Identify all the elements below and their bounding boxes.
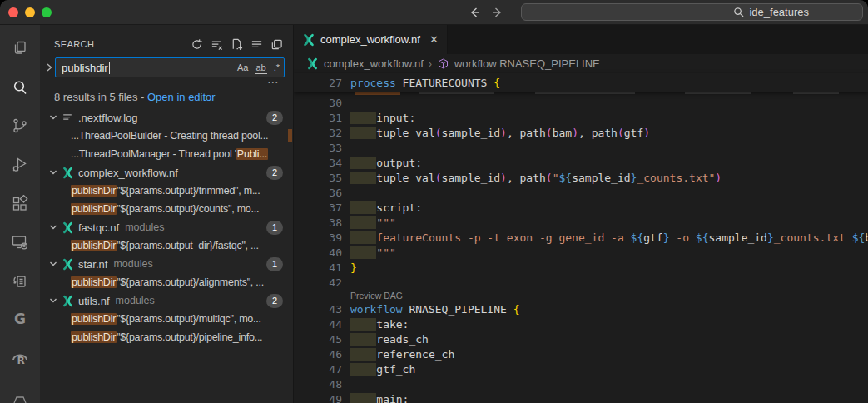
line-content: reference_ch [350, 348, 454, 361]
code-token: , path [507, 127, 546, 139]
clear-results-icon[interactable] [211, 38, 223, 51]
line-content: gtf_ch [350, 363, 415, 376]
line-number: 46 [294, 348, 342, 361]
line-number: 31 [294, 112, 342, 124]
activity-bar: G R [0, 25, 40, 403]
code-token: output: [376, 157, 422, 169]
match-text-after: "${params.output}/alignments", ... [117, 276, 264, 288]
breadcrumb-separator: › [429, 58, 432, 70]
minimize-window-button[interactable] [25, 7, 35, 17]
line-number: 45 [294, 333, 342, 346]
command-center-search[interactable]: ide_features [521, 3, 863, 21]
match-row[interactable]: publishDir "${params.output}/counts", mo… [40, 200, 293, 218]
remote-explorer-icon[interactable] [0, 223, 40, 262]
line-number: 33 [294, 142, 342, 154]
extensions-icon[interactable] [0, 184, 40, 223]
file-name: fastqc.nf [78, 221, 119, 234]
explorer-icon[interactable] [0, 29, 40, 68]
toggle-search-details[interactable]: ⋯ [40, 78, 280, 88]
g-extension-icon[interactable]: G [0, 301, 40, 340]
line-number: 36 [294, 187, 342, 199]
match-highlight: publishDir [71, 203, 117, 215]
match-row[interactable]: publishDir "${params.output}/multiqc", m… [40, 310, 293, 328]
log-file-icon [60, 112, 75, 123]
run-debug-icon[interactable] [0, 146, 40, 185]
line-number: 41 [294, 261, 342, 274]
match-text-before: ...ThreadPoolManager - Thread pool ' [71, 148, 236, 160]
collapse-all-icon[interactable] [250, 38, 263, 51]
code-token: -o [670, 231, 696, 244]
code-line: 34 output: [294, 155, 868, 170]
file-row[interactable]: star.nfmodules1 [40, 255, 293, 273]
search-input[interactable]: publishdir Aa ab .* [55, 57, 285, 77]
file-row[interactable]: .nextflow.log2 [40, 108, 293, 127]
match-row[interactable]: ...ThreadPoolBuilder - Creating thread p… [40, 127, 293, 145]
code-line: 32 tuple val(sample_id), path(bam), path… [294, 125, 868, 140]
svg-text:R: R [17, 355, 24, 366]
task-pages-icon[interactable] [0, 261, 40, 301]
code-token: { [494, 77, 500, 89]
titlebar: ide_features [0, 0, 868, 25]
match-row[interactable]: ...ThreadPoolManager - Thread pool 'Publ… [40, 145, 293, 163]
sticky-code: process FEATURECOUNTS { [350, 77, 500, 89]
code-line: 44 take: [294, 316, 868, 331]
code-token: ) [715, 172, 722, 184]
code-token: """ [376, 216, 395, 229]
line-content: tuple val(sample_id), path(bam), path(gt… [350, 127, 650, 139]
code-token: } [350, 261, 357, 274]
match-highlight: publishDir [71, 313, 117, 325]
code-token: bam [553, 127, 572, 139]
code-token: FEATURECOUNTS [396, 77, 494, 89]
partial-bottom-icon[interactable] [0, 378, 40, 403]
match-row[interactable]: publishDir "${params.output}/trimmed", m… [40, 182, 293, 200]
breadcrumb-symbol[interactable]: workflow RNASEQ_PIPELINE [454, 57, 600, 70]
code-token: gtf_ch [376, 363, 415, 376]
tab-complex-workflow[interactable]: complex_workflow.nf ✕ [294, 25, 448, 54]
open-in-editor-link[interactable]: Open in editor [147, 91, 216, 103]
code-line: 30 [294, 95, 868, 110]
match-text-after: "${params.output_dir}/fastqc", ... [117, 240, 259, 251]
line-content: tuple val(sample_id), path("${sample_id}… [350, 172, 722, 184]
code-lines[interactable]: 3031 input:32 tuple val(sample_id), path… [294, 95, 868, 403]
code-line: 46 reference_ch [294, 346, 868, 361]
code-token: " [553, 172, 559, 184]
code-token: } [663, 231, 670, 244]
code-token: gtf [624, 127, 643, 139]
match-row[interactable]: publishDir "${params.output}/alignments"… [40, 273, 293, 291]
file-path-description: modules [113, 258, 152, 270]
match-text-after: "${params.output}/trimmed", m... [117, 185, 260, 197]
r-extension-icon[interactable]: R [0, 340, 40, 379]
new-search-editor-icon[interactable] [231, 38, 243, 51]
close-window-button[interactable] [8, 7, 18, 17]
code-token: process [350, 77, 396, 89]
tab-label: complex_workflow.nf [320, 33, 420, 46]
nextflow-file-icon [60, 221, 75, 234]
breadcrumb-file[interactable]: complex_workflow.nf [324, 57, 424, 70]
regex-toggle[interactable]: .* [273, 62, 280, 73]
whole-word-toggle[interactable]: ab [255, 62, 266, 74]
codelens-preview-dag[interactable]: Preview DAG [350, 290, 868, 301]
open-in-editor-split-icon[interactable] [270, 38, 283, 51]
match-row[interactable]: publishDir "${params.output}/pipeline_in… [40, 328, 293, 346]
vscode-window: ide_features [0, 0, 868, 403]
code-token: , path [507, 172, 546, 184]
maximize-window-button[interactable] [42, 7, 52, 17]
match-row[interactable]: publishDir "${params.output_dir}/fastqc"… [40, 236, 293, 255]
code-token: , path [578, 127, 618, 139]
close-tab-icon[interactable]: ✕ [429, 33, 439, 46]
file-row[interactable]: utils.nfmodules2 [40, 291, 293, 310]
search-panel: SEARCH publishdir Aa [40, 25, 293, 403]
search-icon[interactable] [0, 68, 40, 107]
back-arrow-icon[interactable] [468, 6, 481, 19]
toggle-replace-chevron-icon[interactable] [43, 62, 55, 72]
file-row[interactable]: complex_workflow.nf2 [40, 163, 293, 182]
forward-arrow-icon[interactable] [491, 6, 504, 19]
chevron-down-icon [47, 259, 60, 269]
line-content: workflow RNASEQ_PIPELINE { [350, 303, 520, 316]
sticky-scroll-line[interactable]: 27 process FEATURECOUNTS { [294, 73, 868, 92]
match-case-toggle[interactable]: Aa [236, 62, 249, 73]
code-token: ) [500, 172, 507, 184]
source-control-icon[interactable] [0, 107, 40, 146]
file-row[interactable]: fastqc.nfmodules1 [40, 218, 293, 236]
refresh-icon[interactable] [191, 38, 203, 51]
